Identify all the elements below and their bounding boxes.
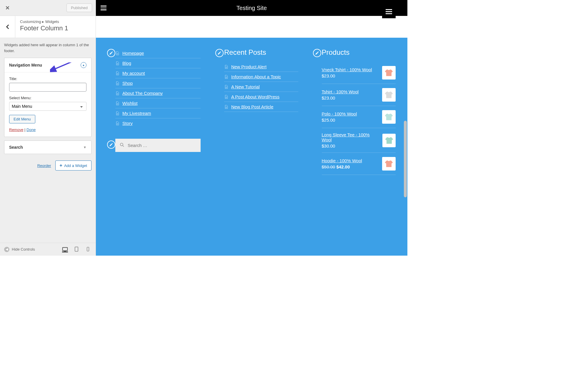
post-link[interactable]: A New Tutorial xyxy=(231,84,260,89)
sidebar-topbar: ✕ Published xyxy=(0,0,96,16)
tablet-preview-icon[interactable] xyxy=(74,246,80,252)
menu-toggle-left[interactable] xyxy=(101,6,106,10)
product-item: Vneck Tshirt - 100% Wool$23.00 xyxy=(322,62,396,84)
edit-menu-button[interactable]: Edit Menu xyxy=(9,115,35,123)
add-widget-button[interactable]: + Add a Widget xyxy=(55,160,91,171)
product-thumbnail[interactable] xyxy=(382,157,396,171)
expand-icon[interactable]: ▼ xyxy=(83,145,86,149)
document-icon xyxy=(115,111,119,116)
document-icon xyxy=(224,85,228,89)
product-link[interactable]: Vneck Tshirt - 100% Wool xyxy=(322,67,372,72)
svg-rect-0 xyxy=(63,247,68,251)
svg-rect-2 xyxy=(75,247,78,251)
document-icon xyxy=(115,81,119,86)
widget-search: Search ▼ xyxy=(4,140,91,154)
product-thumbnail[interactable] xyxy=(382,110,396,124)
breadcrumb: Customizing ▸ Widgets Footer Column 1 xyxy=(0,16,96,38)
post-link[interactable]: A Post About WordPress xyxy=(231,94,279,99)
publish-status-button[interactable]: Published xyxy=(66,4,92,12)
product-thumbnail[interactable] xyxy=(382,66,396,80)
post-item: Information About a Topic xyxy=(224,72,298,82)
document-icon xyxy=(115,91,119,96)
desktop-preview-icon[interactable] xyxy=(62,246,68,252)
footer-column-3: Products Vneck Tshirt - 100% Wool$23.00T… xyxy=(313,48,396,245)
menu-link[interactable]: Homepage xyxy=(122,51,144,56)
product-thumbnail[interactable] xyxy=(382,88,396,102)
product-item: Hoodie - 100% Wool$50.00$42.00 xyxy=(322,153,396,175)
collapse-icon[interactable]: ▲ xyxy=(81,62,86,68)
footer-column-1: HomepageBlogMy accountShopAbout The Comp… xyxy=(108,48,201,245)
product-thumbnail[interactable] xyxy=(382,134,396,147)
product-price: $23.00 xyxy=(322,95,359,100)
document-icon xyxy=(224,75,228,79)
close-icon[interactable]: ✕ xyxy=(4,3,11,13)
product-item: Tshirt - 100% Wool$23.00 xyxy=(322,84,396,106)
widget-title: Navigation Menu xyxy=(9,63,42,67)
hide-controls-button[interactable]: ◀ Hide Controls xyxy=(4,247,35,252)
product-link[interactable]: Polo - 100% Wool xyxy=(322,111,357,116)
breadcrumb-trail: Customizing ▸ Widgets xyxy=(20,19,91,24)
product-link[interactable]: Tshirt - 100% Wool xyxy=(322,89,359,94)
title-input[interactable] xyxy=(9,83,86,92)
site-title: Testing Site xyxy=(236,5,267,11)
document-icon xyxy=(224,105,228,109)
reorder-link[interactable]: Reorder xyxy=(37,163,51,168)
edit-widget-icon[interactable] xyxy=(313,49,321,57)
back-button[interactable] xyxy=(0,16,15,38)
product-price: $25.00 xyxy=(322,118,357,123)
remove-widget-link[interactable]: Remove xyxy=(9,128,23,132)
menu-item: Homepage xyxy=(115,48,201,58)
plus-icon: + xyxy=(60,163,62,168)
widget-header[interactable]: Search ▼ xyxy=(4,141,91,154)
edit-widget-icon[interactable] xyxy=(215,49,224,57)
menu-link[interactable]: About The Company xyxy=(122,91,163,96)
svg-line-6 xyxy=(123,145,124,147)
post-item: A New Tutorial xyxy=(224,82,298,92)
menu-link[interactable]: Blog xyxy=(122,61,131,66)
widget-title: Search xyxy=(9,145,23,150)
edit-widget-icon[interactable] xyxy=(107,140,115,149)
post-item: A Post About WordPress xyxy=(224,92,298,102)
product-price: $23.00 xyxy=(322,73,372,78)
menu-link[interactable]: My account xyxy=(122,71,145,76)
menu-link[interactable]: Wishlist xyxy=(122,101,138,106)
panel-title: Footer Column 1 xyxy=(20,24,91,32)
chevron-left-icon: ◀ xyxy=(4,247,9,252)
document-icon xyxy=(115,71,119,76)
svg-rect-3 xyxy=(87,247,89,251)
menu-link[interactable]: Story xyxy=(122,121,133,126)
done-widget-link[interactable]: Done xyxy=(26,128,36,132)
footer-widgets: HomepageBlogMy accountShopAbout The Comp… xyxy=(96,38,407,256)
menu-item: About The Company xyxy=(115,88,201,98)
menu-item: Wishlist xyxy=(115,98,201,108)
post-link[interactable]: New Product Alert xyxy=(231,64,266,69)
recent-posts-heading: Recent Posts xyxy=(215,48,298,57)
products-heading: Products xyxy=(313,48,396,57)
post-link[interactable]: Information About a Topic xyxy=(231,74,281,79)
edit-widget-icon[interactable] xyxy=(107,49,115,57)
search-widget xyxy=(115,139,201,152)
svg-point-5 xyxy=(120,143,123,146)
menu-link[interactable]: Shop xyxy=(122,81,133,86)
document-icon xyxy=(115,121,119,126)
post-item: New Product Alert xyxy=(224,62,298,72)
product-link[interactable]: Hoodie - 100% Wool xyxy=(322,158,362,163)
widget-navigation-menu: Navigation Menu ▲ Title: Select Menu: Ma… xyxy=(4,58,91,137)
menu-item: Shop xyxy=(115,78,201,88)
product-link[interactable]: Long Sleeve Tee - 100% Wool xyxy=(322,132,379,142)
scrollbar[interactable] xyxy=(404,121,407,197)
select-menu-dropdown[interactable]: Main Menu xyxy=(9,102,86,111)
widget-header[interactable]: Navigation Menu ▲ xyxy=(4,58,91,72)
menu-link[interactable]: My Livestream xyxy=(122,111,151,116)
customizer-sidebar: ✕ Published Customizing ▸ Widgets Footer… xyxy=(0,0,96,256)
hamburger-icon xyxy=(101,6,106,10)
help-text: Widgets added here will appear in column… xyxy=(0,38,96,58)
menu-item: Story xyxy=(115,118,201,128)
menu-toggle-right[interactable] xyxy=(382,5,396,18)
menu-item: My Livestream xyxy=(115,108,201,118)
post-link[interactable]: New Blog Post Article xyxy=(231,104,273,109)
document-icon xyxy=(115,51,119,56)
mobile-preview-icon[interactable] xyxy=(86,246,91,252)
document-icon xyxy=(224,95,228,99)
search-input[interactable] xyxy=(128,143,196,148)
